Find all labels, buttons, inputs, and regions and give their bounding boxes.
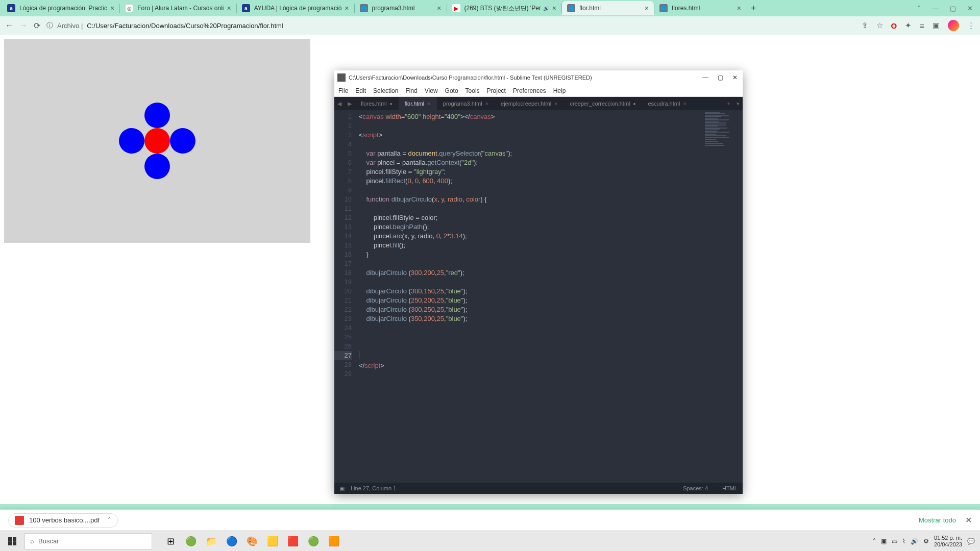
chevron-down-icon[interactable]: ˅ [917,5,921,12]
browser-tab-active[interactable]: 🌐flor.html× [562,1,654,15]
maximize-icon[interactable]: ▢ [718,74,723,81]
tray-volume-icon[interactable]: 🔊 [911,538,918,545]
address-bar[interactable]: ⓘ Archivo | C:/Users/Facturacion/Downloa… [46,21,283,30]
menu-icon[interactable]: ⋮ [967,21,975,30]
editor-tab[interactable]: ejemplocreeper.html× [495,97,564,110]
new-tab-button[interactable]: + [746,3,761,14]
explorer-icon[interactable]: 📁 [202,532,220,550]
browser-tab[interactable]: 🌐flores.html× [654,1,746,15]
notes-icon[interactable]: 🟨 [263,532,282,550]
close-icon[interactable]: × [437,4,441,12]
sublime-menu: FileEditSelectionFindViewGotoToolsProjec… [334,85,743,97]
chrome-canary-icon[interactable]: 🟢 [304,532,323,550]
tray-chevron-icon[interactable]: ˄ [873,538,876,545]
close-icon[interactable]: × [552,4,556,12]
new-tab-button[interactable]: + [724,101,733,107]
favicon-youtube: ▶ [452,4,460,12]
editor-tab[interactable]: creeper_correccion.html● [564,97,642,110]
close-icon[interactable]: × [345,4,349,12]
browser-tab[interactable]: aLógica de programación: Practic× [2,1,119,15]
taskbar-search[interactable]: ⌕Buscar [24,533,152,549]
close-icon[interactable]: × [110,4,114,12]
forward-button[interactable]: → [19,21,28,30]
chevron-up-icon[interactable]: ˄ [108,516,111,524]
download-bar: 100 verbos basico....pdf ˄ Mostrar todo … [0,509,980,531]
notifications-icon[interactable]: 💬 [967,538,975,545]
paint-icon[interactable]: 🎨 [243,532,261,550]
menu-help[interactable]: Help [553,87,566,94]
indent-setting[interactable]: Spaces: 4 [683,485,708,491]
sublime-titlebar[interactable]: C:\Users\Facturacion\Downloads\Curso Pro… [334,70,743,85]
editor-tab[interactable]: programa3.html× [437,97,495,110]
menu-project[interactable]: Project [487,87,506,94]
sublime-icon [337,73,346,82]
browser-tab[interactable]: aAYUDA | Lógica de programació× [237,1,354,15]
tab-nav-right[interactable]: ▶ [345,101,355,107]
favicon-forum: ◎ [125,4,133,12]
anydesk-icon[interactable]: 🟥 [284,532,302,550]
search-icon: ⌕ [30,537,34,545]
side-panel-icon[interactable]: ▣ [933,21,940,30]
close-icon[interactable]: × [227,4,231,12]
cursor-position: Line 27, Column 1 [351,485,396,491]
task-view-icon[interactable]: ⊞ [161,532,180,550]
tray-battery-icon[interactable]: ▭ [892,538,897,545]
favicon-alura: a [242,4,250,12]
syntax-setting[interactable]: HTML [722,485,738,491]
start-button[interactable] [0,531,24,552]
download-item[interactable]: 100 verbos basico....pdf ˄ [8,513,118,528]
menu-view[interactable]: View [425,87,438,94]
reload-button[interactable]: ⟳ [34,21,40,31]
menu-goto[interactable]: Goto [445,87,458,94]
profile-avatar[interactable] [948,20,959,31]
minimap[interactable] [702,110,743,483]
close-icon[interactable]: ✕ [965,515,972,525]
browser-tab[interactable]: ▶(269) BTS (방탄소년단) 'Per🔊× [447,1,562,15]
browser-tab[interactable]: ◎Foro | Alura Latam - Cursos onli× [120,1,236,15]
status-bar: ▣ Line 27, Column 1 Spaces: 4 HTML [334,483,743,494]
taskbar-clock[interactable]: 01:52 p. m.20/04/2023 [934,535,962,548]
extensions-icon[interactable]: ✦ [905,21,912,30]
tray-wifi-icon[interactable]: ⌇ [902,538,905,545]
close-icon[interactable]: × [737,4,741,12]
tab-nav-left[interactable]: ◀ [334,101,345,107]
info-icon: ⓘ [46,21,53,30]
close-icon[interactable]: ✕ [732,74,738,81]
menu-tools[interactable]: Tools [465,87,480,94]
minimize-icon[interactable]: — [702,74,708,81]
code-editor[interactable]: <canvas width="600" height="400"></canva… [356,110,702,483]
favicon-globe: 🌐 [659,4,668,12]
console-icon[interactable]: ▣ [339,485,345,492]
menu-selection[interactable]: Selection [373,87,398,94]
menu-edit[interactable]: Edit [355,87,366,94]
menu-preferences[interactable]: Preferences [513,87,546,94]
tray-meet-icon[interactable]: ▣ [881,538,887,545]
browser-tab[interactable]: 🌐programa3.html× [355,1,447,15]
favicon-globe: 🌐 [360,4,368,12]
favicon-globe: 🌐 [567,4,575,12]
menu-find[interactable]: Find [405,87,417,94]
sound-icon[interactable]: 🔊 [543,6,549,11]
maximize-icon[interactable]: ▢ [950,5,956,12]
chrome-icon[interactable]: 🟢 [182,532,200,550]
reading-list-icon[interactable]: ≡ [920,21,924,30]
menu-file[interactable]: File [338,87,348,94]
close-icon[interactable]: × [645,4,649,12]
pdf-icon [15,516,24,525]
favicon-alura: a [7,4,15,12]
share-icon[interactable]: ⇪ [862,21,868,30]
editor-tab[interactable]: flores.html● [355,97,399,110]
minimize-icon[interactable]: — [932,5,939,12]
back-button[interactable]: ← [5,21,13,30]
tabs-dropdown-icon[interactable]: ▾ [733,101,743,107]
sublime-taskbar-icon[interactable]: 🟧 [325,532,343,550]
editor-tab[interactable]: flor.html× [399,97,437,110]
opera-icon[interactable]: O [891,21,897,30]
bookmark-icon[interactable]: ☆ [876,21,883,30]
edge-icon[interactable]: 🔵 [223,532,241,550]
browser-toolbar: ← → ⟳ ⓘ Archivo | C:/Users/Facturacion/D… [0,16,980,35]
close-icon[interactable]: ✕ [967,5,973,12]
tray-lang-icon[interactable]: ⚙ [923,538,929,545]
show-all-downloads[interactable]: Mostrar todo [919,516,956,524]
editor-tab[interactable]: escudra.html× [642,97,692,110]
